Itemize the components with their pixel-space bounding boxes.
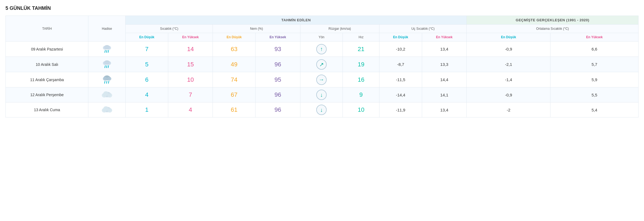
col-ort-max: En Yüksek [550, 33, 639, 42]
nem-min: 63 [213, 42, 256, 57]
sicaklik-min: 6 [126, 72, 168, 87]
wind-arrow-icon: ↓ [316, 90, 327, 100]
sicaklik-min: 4 [126, 87, 168, 102]
wind-direction: ↓ [300, 87, 343, 102]
col-nem: Nem (%) [213, 25, 300, 33]
wind-arrow-icon: → [316, 75, 327, 85]
section-tahmin: TAHMİN EDİLEN [126, 16, 467, 25]
svg-point-2 [107, 46, 111, 50]
svg-point-1 [103, 46, 107, 50]
col-ortalama-sicaklik: Ortalama Sıcaklık (°C) [467, 25, 639, 33]
ort-max: 5,7 [550, 57, 639, 72]
col-hadise: Hadise [88, 16, 126, 42]
nem-max: 93 [256, 42, 300, 57]
uc-min: -11,9 [379, 102, 422, 117]
wind-speed: 21 [343, 42, 379, 57]
weather-icon-cell [88, 42, 126, 57]
table-row: 09 Aralık Pazartesi 7 14 63 93 ↑ 21 -10,… [6, 42, 639, 57]
svg-point-21 [103, 91, 108, 96]
svg-point-13 [103, 77, 107, 81]
col-ruzgar: Rüzgar (km/sa) [300, 25, 379, 33]
col-sicaklik-min: En Düşük [126, 33, 168, 42]
ort-max: 5,5 [550, 87, 639, 102]
col-nem-min: En Düşük [213, 33, 256, 42]
nem-max: 96 [256, 57, 300, 72]
col-tarih: TARİH [6, 16, 88, 42]
wind-speed: 9 [343, 87, 379, 102]
uc-min: -11,5 [379, 72, 422, 87]
wind-direction: → [300, 72, 343, 87]
wind-arrow-icon: ↓ [316, 105, 327, 115]
uc-max: 13,4 [422, 102, 467, 117]
ort-min: -0,9 [467, 87, 550, 102]
table-row: 12 Aralık Perşembe 4 7 67 96 ↓ 9 -14,4 1… [6, 87, 639, 102]
col-nem-max: En Yüksek [256, 33, 300, 42]
svg-line-10 [106, 66, 107, 68]
table-row: 13 Aralık Cuma 1 4 61 96 ↓ 10 -11,9 13,4… [6, 102, 639, 117]
wind-speed: 16 [343, 72, 379, 87]
wind-direction: ↗ [300, 57, 343, 72]
col-wind-dir: Yön [300, 33, 343, 42]
page-title: 5 GÜNLÜK TAHMİN [5, 5, 639, 11]
col-wind-spd: Hız [343, 33, 379, 42]
weather-icon-cell [88, 57, 126, 72]
wind-speed: 19 [343, 57, 379, 72]
uc-min: -14,4 [379, 87, 422, 102]
nem-min: 74 [213, 72, 256, 87]
sicaklik-max: 10 [168, 72, 213, 87]
svg-point-7 [103, 61, 107, 65]
col-ort-min: En Düşük [467, 33, 550, 42]
ort-max: 6,6 [550, 42, 639, 57]
wind-arrow-icon: ↑ [316, 44, 327, 54]
col-uc-min: En Düşük [379, 33, 422, 42]
sicaklik-max: 14 [168, 42, 213, 57]
date-cell: 13 Aralık Cuma [6, 102, 88, 117]
svg-point-25 [103, 106, 108, 111]
weather-icon-cell [88, 72, 126, 87]
sicaklik-min: 7 [126, 42, 168, 57]
section-gecmiste: GEÇMİŞTE GERÇEKLEŞEN (1991 - 2020) [467, 16, 639, 25]
svg-line-4 [106, 50, 107, 52]
col-sicaklik: Sıcaklık (°C) [126, 25, 213, 33]
wind-direction: ↓ [300, 102, 343, 117]
ort-min: -0,9 [467, 42, 550, 57]
svg-point-14 [107, 77, 111, 81]
svg-line-17 [108, 81, 109, 83]
nem-min: 67 [213, 87, 256, 102]
date-cell: 09 Aralık Pazartesi [6, 42, 88, 57]
svg-line-3 [105, 50, 105, 52]
weather-icon-cell [88, 102, 126, 117]
nem-min: 49 [213, 57, 256, 72]
date-cell: 11 Aralık Çarşamba [6, 72, 88, 87]
uc-min: -8,7 [379, 57, 422, 72]
uc-max: 13,4 [422, 42, 467, 57]
ort-min: -2 [467, 102, 550, 117]
col-uc-sicaklik: Uç Sıcaklık (°C) [379, 25, 466, 33]
date-cell: 10 Aralık Salı [6, 57, 88, 72]
svg-line-9 [105, 66, 105, 68]
nem-max: 96 [256, 102, 300, 117]
uc-max: 14,1 [422, 87, 467, 102]
uc-max: 13,3 [422, 57, 467, 72]
uc-min: -10,2 [379, 42, 422, 57]
svg-line-16 [106, 81, 107, 83]
sicaklik-min: 1 [126, 102, 168, 117]
date-cell: 12 Aralık Perşembe [6, 87, 88, 102]
nem-min: 61 [213, 102, 256, 117]
table-row: 10 Aralık Salı 5 15 49 96 ↗ 19 -8,7 13,3… [6, 57, 639, 72]
sicaklik-min: 5 [126, 57, 168, 72]
nem-max: 95 [256, 72, 300, 87]
wind-arrow-icon: ↗ [316, 59, 327, 70]
col-sicaklik-max: En Yüksek [168, 33, 213, 42]
forecast-table: TARİH Hadise TAHMİN EDİLEN GEÇMİŞTE GERÇ… [5, 16, 639, 117]
nem-max: 96 [256, 87, 300, 102]
svg-line-15 [105, 81, 105, 83]
weather-icon-cell [88, 87, 126, 102]
col-uc-max: En Yüksek [422, 33, 467, 42]
ort-min: -1,4 [467, 72, 550, 87]
svg-point-8 [107, 61, 111, 65]
ort-min: -2,1 [467, 57, 550, 72]
wind-speed: 10 [343, 102, 379, 117]
ort-max: 5,4 [550, 102, 639, 117]
sicaklik-max: 7 [168, 87, 213, 102]
